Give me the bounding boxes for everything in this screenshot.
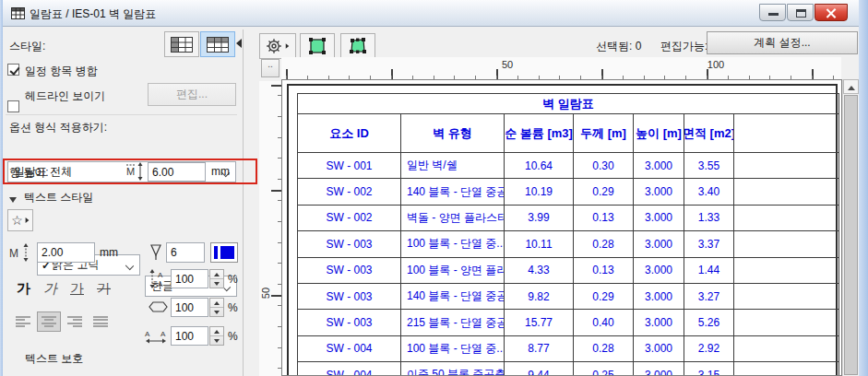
schedule-cell[interactable]: 3.000 — [634, 206, 684, 230]
schedule-cell[interactable]: 3.000 — [634, 179, 684, 204]
schedule-cell[interactable]: 0.30 — [574, 153, 634, 178]
schedule-cell[interactable]: 3.37 — [684, 231, 734, 256]
letter-spacing-spinner[interactable] — [209, 326, 224, 346]
horizontal-ruler[interactable]: 50 100 — [281, 57, 841, 79]
schedule-cell[interactable]: 3.000 — [634, 336, 684, 361]
schedule-cell[interactable]: 9.44 — [505, 362, 574, 376]
column-header[interactable]: 벽 유형 — [401, 114, 505, 152]
schedule-cell[interactable]: SW - 004 — [298, 336, 401, 361]
schedule-title-row[interactable]: 벽 일람표 — [298, 94, 838, 114]
favorite-style-button[interactable]: ☆ — [7, 209, 33, 231]
schedule-cell[interactable]: 10.64 — [505, 153, 574, 178]
schedule-cell[interactable]: 215 블록 - 단열 중공... — [401, 310, 505, 335]
schedule-cell[interactable]: 5.26 — [684, 310, 734, 335]
schedule-cell[interactable]: 140 블록 - 단열 중공... — [401, 284, 505, 309]
section-collapse-icon[interactable] — [9, 193, 17, 206]
schedule-cell[interactable]: 0.13 — [574, 258, 634, 283]
strikethrough-button[interactable]: 가 — [91, 276, 116, 300]
schedule-cell-empty[interactable] — [734, 336, 838, 361]
schedule-cell-empty[interactable] — [734, 179, 838, 204]
table-row[interactable]: SW - 004100 블록 - 단열 중...8.770.283.0002.9… — [298, 336, 838, 362]
row-height-input[interactable] — [148, 162, 206, 182]
column-header[interactable]: 순 볼륨 [m3] — [505, 114, 574, 152]
underline-button[interactable]: 가 — [65, 276, 89, 300]
close-button[interactable] — [814, 4, 848, 21]
schedule-cell-empty[interactable] — [734, 310, 838, 335]
style-uniform-columns-button[interactable] — [200, 31, 235, 57]
schedule-cell[interactable]: 3.000 — [634, 258, 684, 283]
schedule-cell[interactable]: 3.27 — [684, 284, 734, 309]
schedule-cell[interactable]: 0.29 — [574, 179, 634, 204]
text-size-input[interactable] — [37, 242, 95, 263]
schedule-cell[interactable]: 0.40 — [574, 310, 634, 335]
schedule-cell[interactable]: SW - 002 — [298, 206, 401, 230]
schedule-table[interactable]: 벽 일람표 요소 ID벽 유형순 볼륨 [m3]두께 [m]높이 [m]면적 [… — [297, 93, 839, 376]
letter-spacing-input[interactable] — [171, 326, 208, 346]
pen-number-input[interactable] — [166, 242, 205, 263]
align-right-button[interactable] — [63, 311, 87, 332]
schedule-cell[interactable]: 0.29 — [574, 284, 634, 309]
line-spacing-input[interactable] — [171, 269, 208, 288]
column-header[interactable]: 두께 [m] — [574, 114, 634, 152]
width-factor-spinner[interactable] — [209, 298, 224, 317]
schedule-cell[interactable]: SW - 003 — [298, 258, 401, 283]
table-row[interactable]: SW - 003100 블록 - 양면 플라...4.330.133.0001.… — [298, 258, 838, 284]
schedule-cell[interactable]: 3.40 — [684, 179, 734, 204]
column-header[interactable]: 요소 ID — [298, 114, 401, 152]
schedule-cell[interactable]: 2.92 — [684, 336, 734, 361]
schedule-cell[interactable]: 100 블록 - 단열 중... — [401, 336, 505, 361]
schedule-cell[interactable]: 벽돌 - 양면 플라스터... — [401, 206, 505, 230]
schedule-cell[interactable]: 100 블록 - 양면 플라... — [401, 258, 505, 283]
schedule-cell[interactable]: 1.44 — [684, 258, 734, 283]
column-header[interactable]: 면적 [m2] — [684, 114, 734, 152]
schedule-cell[interactable]: 0.13 — [574, 206, 634, 230]
schedule-cell[interactable]: 3.99 — [505, 206, 574, 230]
schedule-cell[interactable]: 3.000 — [634, 153, 684, 178]
schedule-header-row[interactable]: 요소 ID벽 유형순 볼륨 [m3]두께 [m]높이 [m]면적 [m2] — [298, 114, 838, 153]
vertical-scrollbar[interactable] — [842, 79, 859, 376]
align-center-button[interactable] — [37, 311, 61, 332]
style-uniform-rows-button[interactable] — [164, 31, 199, 57]
pen-color-swatch[interactable] — [210, 242, 238, 263]
schedule-cell[interactable]: 15.77 — [505, 310, 574, 335]
schedule-cell[interactable]: 3.000 — [634, 284, 684, 309]
schedule-cell[interactable]: SW - 002 — [298, 179, 401, 204]
ruler-origin-button[interactable]: .. — [261, 59, 279, 77]
schedule-cell-empty[interactable] — [734, 206, 838, 230]
edit-button[interactable]: 편집... — [148, 83, 236, 106]
table-row[interactable]: SW - 004이중 50 블록 중공층9.440.253.0003.15 — [298, 362, 838, 376]
schedule-cell[interactable]: SW - 003 — [298, 284, 401, 309]
title-bar[interactable]: 일람표 / IES-01 벽 일람표 — [2, 0, 859, 27]
schedule-cell-empty[interactable] — [734, 153, 838, 178]
schedule-cell[interactable]: 3.000 — [634, 231, 684, 256]
schedule-cell[interactable]: SW - 004 — [298, 362, 401, 376]
column-header-empty[interactable] — [734, 114, 838, 152]
align-justify-button[interactable] — [89, 311, 113, 332]
schedule-cell[interactable]: 0.28 — [574, 231, 634, 256]
schedule-cell-empty[interactable] — [734, 231, 838, 256]
schedule-cell[interactable]: 3.15 — [684, 362, 734, 376]
schedule-cell[interactable]: SW - 003 — [298, 231, 401, 256]
show-headline-checkbox[interactable] — [7, 100, 19, 112]
schedule-cell[interactable]: 8.77 — [505, 336, 574, 361]
minimize-button[interactable] — [759, 4, 786, 21]
table-row[interactable]: SW - 001일반 벽/쉘10.640.303.0003.55 — [298, 153, 838, 179]
schedule-cell[interactable]: 3.55 — [684, 153, 734, 178]
table-row[interactable]: SW - 003140 블록 - 단열 중공...9.820.293.0003.… — [298, 284, 838, 310]
table-row[interactable]: SW - 002140 블록 - 단열 중공...10.190.293.0003… — [298, 179, 838, 205]
schedule-cell[interactable]: 0.28 — [574, 336, 634, 361]
schedule-cell-empty[interactable] — [734, 284, 838, 309]
maximize-button[interactable] — [787, 4, 814, 21]
schedule-cell[interactable]: SW - 001 — [298, 153, 401, 178]
schedule-cell[interactable]: 0.25 — [574, 362, 634, 376]
bold-button[interactable]: 가 — [11, 276, 36, 300]
table-row[interactable]: SW - 002벽돌 - 양면 플라스터...3.990.133.0001.33 — [298, 206, 838, 231]
schedule-cell[interactable]: 이중 50 블록 중공층 — [401, 362, 505, 376]
schedule-cell[interactable]: 9.82 — [505, 284, 574, 309]
schedule-cell[interactable]: 3.000 — [634, 310, 684, 335]
schedule-cell[interactable]: 10.19 — [505, 179, 574, 204]
width-factor-input[interactable] — [171, 298, 208, 317]
settings-button[interactable] — [259, 33, 296, 59]
scrollbar-thumb[interactable] — [844, 95, 858, 375]
merge-items-checkbox[interactable] — [7, 64, 19, 76]
